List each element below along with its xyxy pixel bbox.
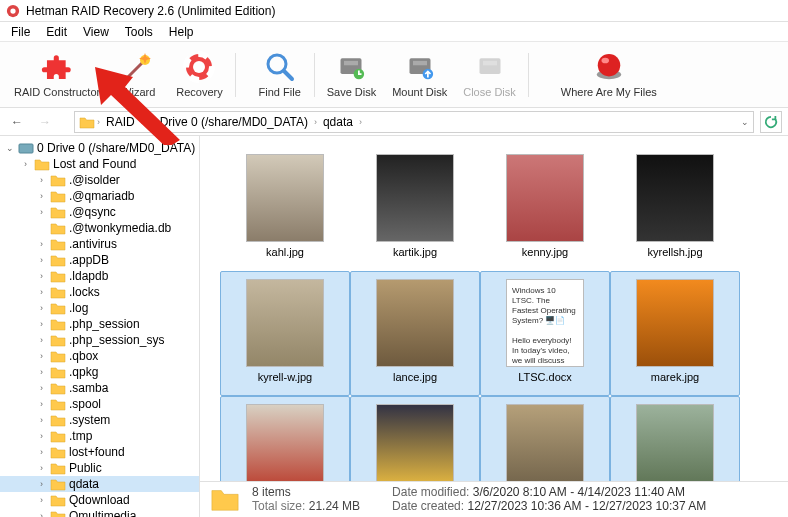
folder-large-icon bbox=[210, 485, 240, 513]
image-preview bbox=[246, 154, 324, 242]
toolbar-save-disk[interactable]: Save Disk bbox=[319, 47, 385, 102]
tree-expand-icon[interactable]: › bbox=[36, 447, 47, 457]
folder-icon bbox=[50, 429, 66, 443]
tree-expand-icon[interactable]: › bbox=[36, 271, 47, 281]
file-thumbnail[interactable]: Windows 10 LTSC. The Fastest Operating S… bbox=[480, 271, 610, 396]
file-name: kyrellsh.jpg bbox=[647, 246, 702, 258]
tree-expand-icon[interactable]: › bbox=[36, 415, 47, 425]
tree-expand-icon[interactable]: › bbox=[36, 479, 47, 489]
tree-node[interactable]: ›.php_session bbox=[0, 316, 199, 332]
tree-expand-icon[interactable]: › bbox=[36, 463, 47, 473]
tree-node[interactable]: ›.antivirus bbox=[0, 236, 199, 252]
toolbar-raid-constructor[interactable]: RAID Constructor bbox=[6, 47, 108, 102]
breadcrumb-raid[interactable]: RAID bbox=[102, 115, 139, 129]
toolbar-where-are-my-files[interactable]: Where Are My Files bbox=[553, 47, 665, 102]
menu-tools[interactable]: Tools bbox=[118, 23, 160, 41]
file-thumbnail[interactable]: kartik.jpg bbox=[350, 146, 480, 271]
breadcrumb[interactable]: › RAID › 0 Drive 0 (/share/MD0_DATA) › q… bbox=[74, 111, 754, 133]
nav-back-button[interactable]: ← bbox=[6, 111, 28, 133]
tree-node[interactable]: ›.@qmariadb bbox=[0, 188, 199, 204]
file-list[interactable]: kahl.jpgkartik.jpgkenny.jpgkyrellsh.jpgk… bbox=[200, 136, 788, 517]
menu-edit[interactable]: Edit bbox=[39, 23, 74, 41]
tree-expand-icon[interactable]: › bbox=[36, 383, 47, 393]
file-thumbnail[interactable]: kenny.jpg bbox=[480, 146, 610, 271]
tree-expand-icon[interactable]: › bbox=[36, 303, 47, 313]
tree-node[interactable]: .@twonkymedia.db bbox=[0, 220, 199, 236]
tree-node[interactable]: ›.qpkg bbox=[0, 364, 199, 380]
menu-view[interactable]: View bbox=[76, 23, 116, 41]
tree-node[interactable]: ›Public bbox=[0, 460, 199, 476]
file-thumbnail[interactable]: kyrellsh.jpg bbox=[610, 146, 740, 271]
tree-expand-icon[interactable]: › bbox=[36, 351, 47, 361]
toolbar-separator bbox=[314, 53, 315, 97]
breadcrumb-dropdown-icon[interactable]: ⌄ bbox=[741, 117, 749, 127]
tree-node[interactable]: ›.tmp bbox=[0, 428, 199, 444]
app-icon bbox=[6, 4, 20, 18]
disk-save-icon bbox=[335, 51, 367, 83]
tree-expand-icon[interactable]: › bbox=[36, 511, 47, 517]
tree-expand-icon[interactable]: › bbox=[36, 495, 47, 505]
toolbar-find-file[interactable]: Find File bbox=[250, 47, 310, 102]
tree-node[interactable]: ›.@isolder bbox=[0, 172, 199, 188]
image-preview bbox=[376, 279, 454, 367]
wand-icon bbox=[122, 51, 154, 83]
tree-expand-icon[interactable]: › bbox=[36, 399, 47, 409]
tree-expand-icon[interactable]: › bbox=[36, 367, 47, 377]
tree-node[interactable]: ›Qmultimedia bbox=[0, 508, 199, 517]
tree-expand-icon[interactable]: › bbox=[36, 191, 47, 201]
folder-icon bbox=[50, 509, 66, 517]
image-preview bbox=[506, 404, 584, 492]
tree-node[interactable]: ›.system bbox=[0, 412, 199, 428]
tree-node[interactable]: ›Lost and Found bbox=[0, 156, 199, 172]
tree-node-label: .php_session bbox=[69, 317, 140, 331]
tree-node-label: .qbox bbox=[69, 349, 98, 363]
tree-node[interactable]: ›lost+found bbox=[0, 444, 199, 460]
file-thumbnail[interactable]: kyrell-w.jpg bbox=[220, 271, 350, 396]
tree-node[interactable]: ›.spool bbox=[0, 396, 199, 412]
tree-node[interactable]: ›.locks bbox=[0, 284, 199, 300]
file-thumbnail[interactable]: lance.jpg bbox=[350, 271, 480, 396]
tree-node[interactable]: ›.qbox bbox=[0, 348, 199, 364]
tree-node[interactable]: ›.appDB bbox=[0, 252, 199, 268]
folder-tree[interactable]: ⌄ 0 Drive 0 (/share/MD0_DATA) ›Lost and … bbox=[0, 136, 200, 517]
tree-node[interactable]: ›.@qsync bbox=[0, 204, 199, 220]
tree-node-root[interactable]: ⌄ 0 Drive 0 (/share/MD0_DATA) bbox=[0, 140, 199, 156]
tree-node[interactable]: ›.php_session_sys bbox=[0, 332, 199, 348]
tree-node[interactable]: ›qdata bbox=[0, 476, 199, 492]
refresh-button[interactable] bbox=[760, 111, 782, 133]
breadcrumb-folder[interactable]: qdata bbox=[319, 115, 357, 129]
file-thumbnail[interactable]: marek.jpg bbox=[610, 271, 740, 396]
tree-expand-icon[interactable]: › bbox=[36, 207, 47, 217]
tree-expand-icon[interactable]: › bbox=[36, 335, 47, 345]
tree-node[interactable]: ›.samba bbox=[0, 380, 199, 396]
tree-node[interactable]: ›.ldapdb bbox=[0, 268, 199, 284]
folder-icon bbox=[50, 237, 66, 251]
image-preview bbox=[246, 404, 324, 492]
toolbar-separator bbox=[235, 53, 236, 97]
lifebuoy-icon bbox=[183, 51, 215, 83]
tree-node[interactable]: ›.log bbox=[0, 300, 199, 316]
tree-expand-icon[interactable]: › bbox=[36, 287, 47, 297]
svg-rect-15 bbox=[479, 58, 500, 74]
tree-expand-icon[interactable]: › bbox=[36, 431, 47, 441]
file-thumbnail[interactable]: kahl.jpg bbox=[220, 146, 350, 271]
breadcrumb-drive[interactable]: 0 Drive 0 (/share/MD0_DATA) bbox=[146, 115, 312, 129]
tree-expand-icon[interactable]: › bbox=[20, 159, 31, 169]
status-item-count: 8 items bbox=[252, 485, 360, 499]
toolbar-wizard[interactable]: Wizard bbox=[108, 47, 168, 102]
tree-expand-icon[interactable]: › bbox=[36, 255, 47, 265]
tree-expand-icon[interactable]: › bbox=[36, 319, 47, 329]
tree-expand-icon[interactable]: › bbox=[36, 175, 47, 185]
menu-help[interactable]: Help bbox=[162, 23, 201, 41]
image-preview bbox=[636, 279, 714, 367]
document-preview: Windows 10 LTSC. The Fastest Operating S… bbox=[506, 279, 584, 367]
folder-icon bbox=[50, 461, 66, 475]
toolbar-mount-disk[interactable]: Mount Disk bbox=[384, 47, 455, 102]
folder-icon bbox=[50, 477, 66, 491]
tree-node[interactable]: ›Qdownload bbox=[0, 492, 199, 508]
tree-expand-icon[interactable]: › bbox=[36, 239, 47, 249]
status-bar: 8 items Total size: 21.24 MB Date modifi… bbox=[200, 481, 788, 517]
toolbar-recovery[interactable]: Recovery bbox=[168, 47, 230, 102]
svg-point-18 bbox=[598, 54, 621, 77]
menu-file[interactable]: File bbox=[4, 23, 37, 41]
